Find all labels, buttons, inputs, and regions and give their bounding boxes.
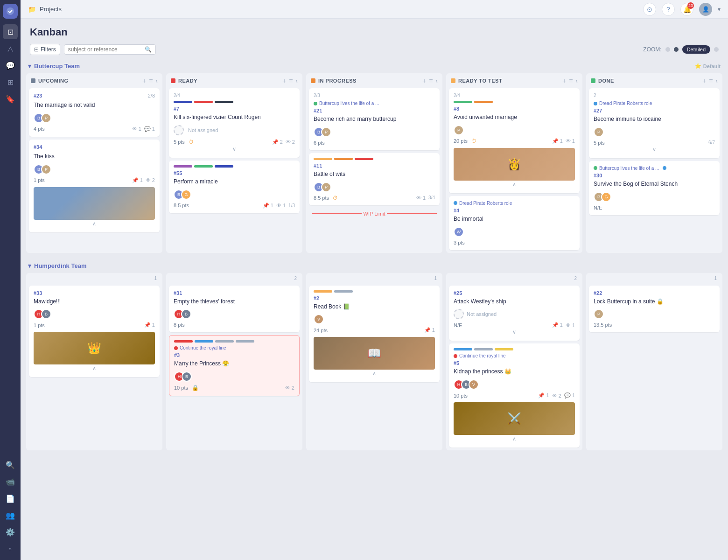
- sidebar-item-search[interactable]: 🔍: [3, 457, 18, 472]
- col-collapse-icon[interactable]: ‹: [155, 77, 158, 84]
- help-btn-2[interactable]: ?: [662, 3, 675, 16]
- card-2-id: #2: [314, 295, 435, 301]
- col-header-rtt: READY TO TEST + ≡ ‹: [446, 73, 582, 88]
- col-add-icon[interactable]: +: [702, 77, 706, 84]
- avatar: V: [314, 314, 324, 324]
- zoom-dot-3[interactable]: [714, 47, 719, 52]
- help-btn-1[interactable]: ⊙: [643, 3, 656, 16]
- card-23-footer: 4 pts 👁 1 💬 1: [34, 126, 155, 132]
- card-27-top: 2: [594, 93, 715, 98]
- avatar: P: [41, 164, 51, 175]
- tag: [474, 101, 493, 103]
- card-8-corner: 2/4: [454, 93, 460, 98]
- sidebar-item-grid[interactable]: ⊞: [3, 75, 18, 90]
- col-actions-done: + ≡ ‹: [702, 77, 718, 84]
- notifications-btn[interactable]: 🔔 23: [680, 3, 693, 16]
- card-7-collapse[interactable]: ∨: [174, 145, 295, 153]
- app-logo[interactable]: [3, 4, 18, 19]
- col-add-icon[interactable]: +: [562, 77, 566, 84]
- card-2-collapse[interactable]: ∧: [314, 370, 435, 378]
- h-rtt-count: 2: [449, 276, 580, 283]
- col-sort-icon[interactable]: ≡: [429, 77, 433, 84]
- ref-dot2: [663, 166, 666, 170]
- card-2[interactable]: #2 Read Book 📗 V 24 pts 📌 1: [309, 286, 440, 383]
- card-23-title: The marriage is not valid: [34, 101, 155, 109]
- sidebar-item-home[interactable]: ⊡: [3, 24, 18, 39]
- page-title: Kanban: [30, 26, 719, 38]
- col-actions-rtt: + ≡ ‹: [562, 77, 578, 84]
- card-33-pts: 1 pts: [34, 322, 45, 328]
- card-4-avatars: W: [454, 227, 575, 237]
- card-11[interactable]: #11 Battle of wits B P 8.5 pts ⏱: [309, 153, 440, 205]
- col-add-icon[interactable]: +: [282, 77, 286, 84]
- col-add-icon[interactable]: +: [422, 77, 426, 84]
- card-34[interactable]: #34 The kiss B P 1 pts: [29, 140, 160, 232]
- zoom-dot-2[interactable]: [674, 47, 679, 52]
- card-8-collapse[interactable]: ∧: [454, 181, 575, 189]
- user-menu-chevron[interactable]: ▾: [718, 6, 721, 13]
- card-4[interactable]: Dread Pirate Roberts role #4 Be immortal…: [449, 196, 580, 250]
- filters-button[interactable]: ⊟ Filters: [30, 44, 60, 55]
- card-8-image: 👸: [454, 148, 575, 181]
- card-33-collapse[interactable]: ∧: [34, 364, 155, 372]
- tag: [194, 101, 213, 103]
- card-55[interactable]: #55 Perform a miracle B G 8.5 pts: [169, 161, 300, 213]
- card-25-pts: N/E: [454, 322, 462, 328]
- card-30-ref: Buttercup lives the life of a ...: [594, 166, 715, 171]
- sidebar-item-video[interactable]: 📹: [3, 474, 18, 489]
- humperdink-team-header[interactable]: ▾ Humperdink Team: [26, 259, 722, 273]
- col-add-icon[interactable]: +: [142, 77, 146, 84]
- sidebar-item-people[interactable]: 👥: [3, 508, 18, 523]
- filter-icon: ⊟: [34, 46, 39, 53]
- sidebar-item-bookmark[interactable]: 🔖: [3, 91, 18, 106]
- card-5[interactable]: Continue the royal line #5 Kidnap the pr…: [449, 343, 580, 448]
- card-7-id: #7: [174, 106, 295, 112]
- card-23[interactable]: #23 2/8 The marriage is not valid B P: [29, 88, 160, 137]
- tag: [174, 165, 192, 168]
- sidebar-item-settings[interactable]: ⚙️: [3, 525, 18, 539]
- card-31-pts: 8 pts: [174, 322, 185, 328]
- col-sort-icon[interactable]: ≡: [569, 77, 573, 84]
- card-27[interactable]: 2 Dread Pirate Roberts role #27 Become i…: [589, 88, 720, 158]
- red-dot: [174, 346, 178, 350]
- card-3-title: Marry the Princess 😤: [174, 360, 294, 368]
- card-7[interactable]: 2/4 #7 Kill six-fingered vizier Count Ru…: [169, 88, 300, 158]
- views-meta: 👁 1: [416, 195, 426, 201]
- card-34-collapse[interactable]: ∧: [34, 220, 155, 228]
- card-22[interactable]: #22 Lock Buttercup in a suite 🔒 P 13.5 p…: [589, 286, 720, 333]
- card-2-tags: [314, 290, 435, 293]
- card-31[interactable]: #31 Empty the thieves' forest H B 8 pts: [169, 286, 300, 333]
- user-avatar[interactable]: 👤: [699, 3, 712, 16]
- col-collapse-icon[interactable]: ‹: [715, 77, 718, 84]
- card-27-collapse[interactable]: ∨: [594, 146, 715, 154]
- buttercup-team-header[interactable]: ▾ Buttercup Team ⭐ Default: [26, 59, 722, 73]
- col-sort-icon[interactable]: ≡: [289, 77, 293, 84]
- col-sort-icon[interactable]: ≡: [149, 77, 153, 84]
- card-33[interactable]: #33 Mawidge!!! H B 1 pts: [29, 286, 160, 378]
- card-3-id: #3: [174, 352, 294, 358]
- col-body-in-progress: 2/3 Buttercup lives the life of a ... #2…: [306, 88, 442, 222]
- card-5-collapse[interactable]: ∧: [454, 435, 575, 443]
- card-25[interactable]: #25 Attack Westley's ship Not assigned N…: [449, 286, 580, 341]
- zoom-dot-1[interactable]: [665, 47, 670, 52]
- card-8[interactable]: 2/4 #8 Avoid unwanted marriage: [449, 88, 580, 193]
- ref-text: Dread Pirate Roberts role: [599, 101, 652, 106]
- col-sort-icon[interactable]: ≡: [709, 77, 713, 84]
- sidebar-item-expand[interactable]: »: [3, 541, 18, 556]
- card-3[interactable]: Continue the royal line #3 Marry the Pri…: [169, 335, 300, 396]
- col-body-upcoming: #23 2/8 The marriage is not valid B P: [26, 88, 162, 235]
- sidebar-item-document[interactable]: 📄: [3, 491, 18, 506]
- sidebar-item-chat[interactable]: 💬: [3, 58, 18, 73]
- sidebar-item-triangle[interactable]: △: [3, 41, 18, 56]
- card-21[interactable]: 2/3 Buttercup lives the life of a ... #2…: [309, 88, 440, 150]
- col-collapse-icon[interactable]: ‹: [435, 77, 438, 84]
- col-collapse-icon[interactable]: ‹: [575, 77, 578, 84]
- search-input[interactable]: [68, 46, 143, 53]
- card-33-id: #33: [34, 290, 155, 296]
- zoom-detailed[interactable]: Detailed: [682, 45, 710, 54]
- avatar: W: [454, 227, 464, 237]
- card-30[interactable]: Buttercup lives the life of a ... #30 Su…: [589, 161, 720, 215]
- card-25-collapse[interactable]: ∨: [454, 328, 575, 336]
- col-collapse-icon[interactable]: ‹: [295, 77, 298, 84]
- card-5-title: Kidnap the princess 👑: [454, 368, 575, 376]
